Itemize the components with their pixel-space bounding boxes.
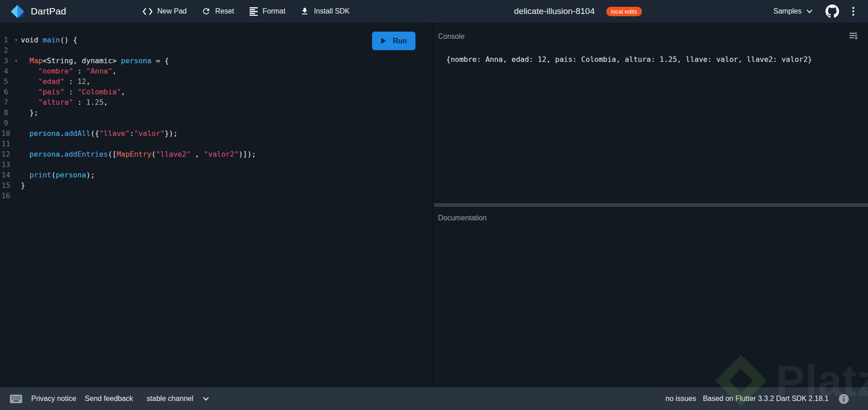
documentation-panel: Documentation <box>434 207 868 387</box>
code-line[interactable]: 2 <box>0 45 431 56</box>
fold-gutter <box>12 97 20 107</box>
kebab-menu-icon <box>852 7 854 16</box>
horizontal-splitter[interactable] <box>434 203 868 207</box>
line-number: 13 <box>0 159 12 170</box>
format-label: Format <box>263 7 286 15</box>
fold-gutter <box>12 139 20 149</box>
statusbar-right: no issues Based on Flutter 3.3.2 Dart SD… <box>665 394 849 404</box>
line-number: 4 <box>0 66 12 76</box>
fold-gutter <box>12 180 20 191</box>
fold-arrow-icon[interactable]: ▾ <box>12 56 20 66</box>
editor-panel[interactable]: 1▾void main() {23▾ Map<String, dynamic> … <box>0 23 431 387</box>
pad-title: delicate-illusion-8104 <box>514 6 595 16</box>
fold-gutter <box>12 159 20 170</box>
fold-gutter <box>12 149 20 159</box>
fold-arrow-icon[interactable]: ▾ <box>12 35 20 45</box>
overflow-menu-button[interactable] <box>852 7 854 16</box>
code-line[interactable]: 9 <box>0 118 431 128</box>
install-sdk-button[interactable]: Install SDK <box>300 7 349 16</box>
info-button[interactable] <box>839 394 849 404</box>
code-text: persona.addAll({"llave":"valor"}); <box>21 128 178 139</box>
run-button[interactable]: Run <box>372 32 415 50</box>
console-output: {nombre: Anna, edad: 12, pais: Colombia,… <box>446 55 812 64</box>
samples-dropdown[interactable]: Samples <box>774 7 812 15</box>
code-line[interactable]: 8 }; <box>0 107 431 118</box>
fold-gutter <box>12 66 20 76</box>
run-label: Run <box>393 37 407 45</box>
keyboard-icon <box>10 395 22 403</box>
keyboard-shortcuts-button[interactable] <box>10 395 22 403</box>
code-line[interactable]: 14 print(persona); <box>0 170 431 180</box>
top-bar: DartPad New Pad Reset <box>0 0 868 23</box>
reset-label: Reset <box>215 7 234 15</box>
code-brackets-icon <box>142 8 153 15</box>
app-title: DartPad <box>31 6 66 17</box>
code-line[interactable]: 3▾ Map<String, dynamic> persona = { <box>0 56 431 66</box>
code-line[interactable]: 13 <box>0 159 431 170</box>
format-align-icon <box>249 7 258 16</box>
code-text: void main() { <box>21 35 77 45</box>
line-number: 14 <box>0 170 12 180</box>
code-text: "edad" : 12, <box>21 76 90 87</box>
download-icon <box>300 7 309 16</box>
format-button[interactable]: Format <box>249 7 286 16</box>
fold-gutter <box>12 107 20 118</box>
topbar-right-controls: Samples <box>774 0 854 23</box>
vertical-splitter[interactable] <box>431 23 434 387</box>
chevron-down-icon <box>203 397 209 401</box>
code-line[interactable]: 1▾void main() { <box>0 35 431 45</box>
fold-gutter <box>12 87 20 97</box>
toolbar: New Pad Reset Format <box>142 0 350 23</box>
code-lines: 1▾void main() {23▾ Map<String, dynamic> … <box>0 23 431 201</box>
dart-logo-icon <box>10 4 25 19</box>
channel-selector[interactable]: stable channel <box>146 395 208 403</box>
code-text: print(persona); <box>21 170 95 180</box>
line-number: 7 <box>0 97 12 107</box>
local-edits-badge: local edits <box>606 7 642 16</box>
code-line[interactable]: 7 "altura" : 1.25, <box>0 97 431 107</box>
console-panel: Console {nombre: Anna, edad: 12, pais: C… <box>434 23 868 203</box>
code-line[interactable]: 4 "nombre" : "Anna", <box>0 66 431 76</box>
new-pad-button[interactable]: New Pad <box>142 7 187 15</box>
send-feedback-link[interactable]: Send feedback <box>85 395 133 403</box>
chevron-down-icon <box>807 9 812 14</box>
line-number: 11 <box>0 139 12 149</box>
code-line[interactable]: 6 "pais" : "Colombia", <box>0 87 431 97</box>
fold-gutter <box>12 128 20 139</box>
privacy-notice-link[interactable]: Privacy notice <box>31 395 76 403</box>
fold-gutter <box>12 118 20 128</box>
code-line[interactable]: 12 persona.addEntries([MapEntry("llave2"… <box>0 149 431 159</box>
code-line[interactable]: 11 <box>0 139 431 149</box>
fold-gutter <box>12 76 20 87</box>
code-line[interactable]: 10 persona.addAll({"llave":"valor"}); <box>0 128 431 139</box>
github-button[interactable] <box>826 5 839 18</box>
console-header: Console <box>438 33 465 41</box>
line-number: 3 <box>0 56 12 66</box>
line-number: 6 <box>0 87 12 97</box>
clear-console-button[interactable] <box>849 31 858 42</box>
fold-gutter <box>12 170 20 180</box>
line-number: 10 <box>0 128 12 139</box>
channel-label: stable channel <box>146 395 193 403</box>
line-number: 8 <box>0 107 12 118</box>
reset-button[interactable]: Reset <box>202 7 234 16</box>
line-number: 12 <box>0 149 12 159</box>
info-icon <box>839 394 849 404</box>
clear-console-icon <box>849 31 858 41</box>
code-line[interactable]: 15} <box>0 180 431 191</box>
code-text: "pais" : "Colombia", <box>21 87 125 97</box>
code-line[interactable]: 5 "edad" : 12, <box>0 76 431 87</box>
code-line[interactable]: 16 <box>0 191 431 201</box>
line-number: 2 <box>0 45 12 56</box>
refresh-icon <box>202 7 211 16</box>
sdk-version: Based on Flutter 3.3.2 Dart SDK 2.18.1 <box>703 395 829 403</box>
code-text: Map<String, dynamic> persona = { <box>21 56 169 66</box>
fold-gutter <box>12 191 20 201</box>
code-text: "nombre" : "Anna", <box>21 66 117 76</box>
code-text: }; <box>21 107 38 118</box>
issues-status: no issues <box>665 395 696 403</box>
new-pad-label: New Pad <box>157 7 187 15</box>
status-bar: Privacy notice Send feedback stable chan… <box>0 387 868 410</box>
play-icon <box>381 37 387 44</box>
code-text: persona.addEntries([MapEntry("llave2" , … <box>21 149 256 159</box>
